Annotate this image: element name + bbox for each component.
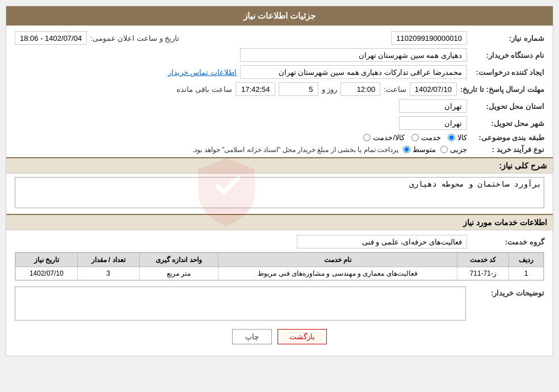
category-radio-group: کالا خدمت کالا/خدمت xyxy=(363,133,467,142)
cell-date: 1402/07/10 xyxy=(16,267,78,280)
services-section-header: اطلاعات خدمات مورد نیاز xyxy=(6,214,553,230)
cell-code: ز-71-711 xyxy=(457,267,509,280)
col-header-code: کد خدمت xyxy=(457,253,509,267)
need-number-value: 1102099190000010 xyxy=(391,31,467,45)
need-desc-textarea[interactable] xyxy=(15,177,544,208)
process-radio-jozi[interactable] xyxy=(440,146,448,153)
need-number-label: شماره نیاز: xyxy=(470,34,544,43)
category-radio-khedmat[interactable] xyxy=(411,134,419,141)
buyer-desc-textarea[interactable] xyxy=(15,286,466,321)
cell-unit: متر مربع xyxy=(139,267,218,280)
service-group-value: فعالیت‌های حرفه‌ای، علمی و فنی xyxy=(297,235,467,248)
process-option-motavasset: متوسط xyxy=(413,145,436,154)
process-option-jozi: جزیی xyxy=(450,145,467,154)
deadline-remaining-label: ساعت باقی مانده xyxy=(176,85,232,94)
delivery-city-label: شهر محل تحویل: xyxy=(470,119,544,128)
action-buttons: بازگشت چاپ xyxy=(15,329,544,344)
creator-value: محمدرضا عراقی تدارکات دهیاری همه سین شهر… xyxy=(240,65,467,79)
process-note: پرداخت تمام یا بخشی از مبلغ خریدار محل "… xyxy=(192,146,398,154)
creator-label: ایجاد کننده درخواست: xyxy=(470,68,544,77)
deadline-time-label: ساعت: xyxy=(384,85,406,94)
need-desc-section-label: شرح کلی نیاز: xyxy=(499,161,547,170)
buyer-org-value: دهیاری همه سین شهرستان تهران xyxy=(240,48,467,62)
services-table-container: ردیف کد خدمت نام خدمت واحد اندازه گیری ت… xyxy=(15,252,544,281)
category-option-kala: کالا xyxy=(457,133,467,142)
deadline-days-value: 5 xyxy=(279,82,318,96)
col-header-unit: واحد اندازه گیری xyxy=(139,253,218,267)
process-radio-motavasset[interactable] xyxy=(403,146,410,153)
announce-datetime-value: 1402/07/04 - 18:06 xyxy=(15,31,87,45)
category-option-khedmat: خدمت xyxy=(421,133,441,142)
creator-contact-link[interactable]: اطلاعات تماس خریدار xyxy=(168,68,237,77)
deadline-label: مهلت ارسال پاسخ: تا تاریخ: xyxy=(460,85,544,94)
announce-datetime-label: تاریخ و ساعت اعلان عمومی: xyxy=(90,34,179,43)
deadline-days-label: روز و xyxy=(322,85,338,94)
service-group-label: گروه خدمت: xyxy=(470,238,544,246)
buyer-org-label: نام دستگاه خریدار: xyxy=(470,51,544,60)
category-label: طبقه بندی موضوعی: xyxy=(470,133,544,142)
deadline-date-value: 1402/07/10 xyxy=(410,82,457,96)
back-button[interactable]: بازگشت xyxy=(278,329,327,344)
deadline-remaining-value: 17:42:54 xyxy=(236,82,275,96)
delivery-province-value: تهران xyxy=(399,99,467,113)
category-radio-kala-khedmat[interactable] xyxy=(363,134,371,141)
buyer-desc-label: توضیحات خریدار: xyxy=(470,286,544,297)
col-header-row: ردیف xyxy=(509,253,544,267)
col-header-qty: تعداد / مقدار xyxy=(77,253,139,267)
delivery-city-value: تهران xyxy=(399,116,467,130)
services-table: ردیف کد خدمت نام خدمت واحد اندازه گیری ت… xyxy=(15,252,544,280)
table-row: 1 ز-71-711 فعالیت‌های معماری و مهندسی و … xyxy=(16,267,544,280)
category-option-kala-khedmat: کالا/خدمت xyxy=(373,133,405,142)
category-radio-kala[interactable] xyxy=(448,134,455,141)
page-title: جزئیات اطلاعات نیاز xyxy=(6,6,553,26)
delivery-province-label: استان محل تحویل: xyxy=(470,102,544,111)
cell-qty: 3 xyxy=(77,267,139,280)
cell-name: فعالیت‌های معماری و مهندسی و مشاوره‌های … xyxy=(218,267,457,280)
col-header-name: نام خدمت xyxy=(218,253,457,267)
process-label: نوع فرآیند خرید : xyxy=(470,145,544,154)
print-button[interactable]: چاپ xyxy=(232,329,272,344)
deadline-time-value: 12:00 xyxy=(341,82,380,96)
col-header-date: تاریخ نیاز xyxy=(16,253,78,267)
cell-row: 1 xyxy=(509,267,544,280)
